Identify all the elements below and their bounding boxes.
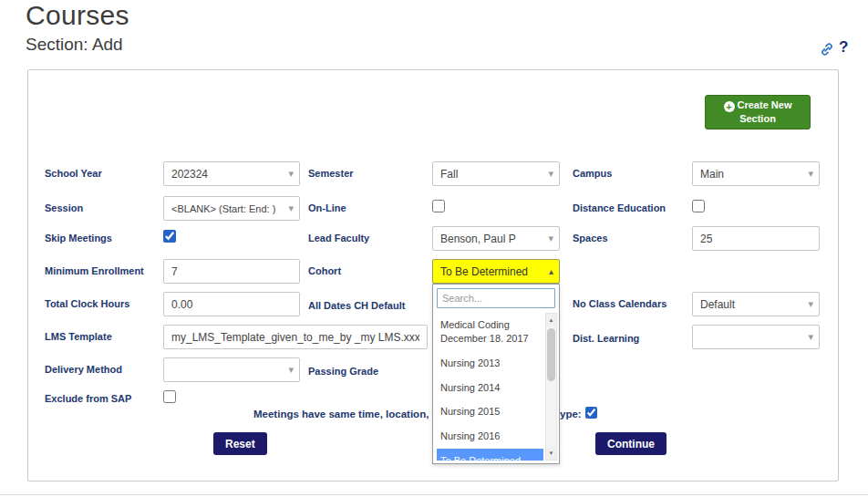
spaces-label: Spaces — [573, 233, 608, 243]
chevron-down-icon: ▾ — [288, 169, 294, 179]
footer-divider — [0, 494, 868, 495]
cohort-option-selected[interactable]: To Be Determined — [437, 449, 543, 461]
reset-button[interactable]: Reset — [213, 432, 267, 455]
no-class-calendars-select[interactable]: Default ▾ — [692, 292, 820, 316]
create-new-section-button[interactable]: +Create New Section — [705, 95, 811, 129]
chevron-down-icon: ▾ — [808, 299, 813, 309]
chevron-down-icon: ▾ — [548, 169, 553, 179]
semester-select[interactable]: Fall ▾ — [432, 161, 560, 186]
campus-label: Campus — [573, 168, 612, 179]
session-select[interactable]: <BLANK> (Start: End: ) ▾ — [163, 196, 300, 221]
cohort-option[interactable]: Nursing 2013 — [437, 351, 543, 376]
session-label: Session — [45, 202, 83, 213]
plus-circle-icon: + — [724, 101, 735, 112]
dist-learning-label: Dist. Learning — [573, 333, 639, 344]
total-clock-hours-input[interactable] — [163, 292, 300, 316]
school-year-label: School Year — [45, 168, 102, 179]
skip-meetings-label: Skip Meetings — [45, 233, 112, 243]
cohort-option[interactable]: Nursing 2015 — [437, 399, 543, 424]
create-button-label: Create New Section — [738, 99, 792, 124]
lead-faculty-value: Benson, Paul P — [440, 233, 516, 245]
scroll-up-icon[interactable]: ▲ — [546, 314, 556, 326]
scroll-down-icon[interactable]: ▼ — [546, 447, 556, 460]
chevron-down-icon: ▾ — [288, 365, 294, 375]
chevron-down-icon: ▾ — [808, 332, 813, 342]
cohort-search-input[interactable] — [437, 288, 555, 308]
lms-template-input[interactable] — [163, 325, 428, 349]
semester-label: Semester — [308, 168, 354, 179]
chevron-down-icon: ▾ — [548, 233, 553, 243]
session-value: <BLANK> (Start: End: ) — [171, 203, 275, 214]
campus-value: Main — [700, 168, 724, 181]
chevron-down-icon: ▾ — [288, 203, 294, 213]
minimum-enrollment-input[interactable] — [163, 259, 300, 284]
minimum-enrollment-label: Minimum Enrollment — [45, 265, 144, 276]
all-dates-ch-default-label: All Dates CH Default — [308, 300, 405, 311]
semester-value: Fall — [440, 168, 458, 181]
delivery-method-label: Delivery Method — [45, 364, 122, 375]
online-checkbox[interactable] — [432, 200, 445, 212]
lead-faculty-select[interactable]: Benson, Paul P ▾ — [432, 226, 560, 251]
delivery-method-select[interactable]: ▾ — [163, 357, 300, 382]
chevron-up-icon: ▴ — [549, 267, 553, 276]
cohort-value: To Be Determined — [440, 265, 528, 278]
link-icon[interactable] — [820, 42, 834, 57]
chevron-down-icon: ▾ — [808, 169, 813, 179]
distance-education-checkbox[interactable] — [692, 200, 705, 212]
school-year-value: 202324 — [171, 168, 208, 181]
lead-faculty-label: Lead Faculty — [308, 233, 369, 243]
cohort-option[interactable]: Nursing 2016 — [437, 424, 543, 449]
cohort-select[interactable]: To Be Determined ▴ — [432, 259, 560, 284]
dropdown-scrollbar[interactable]: ▲ ▼ — [545, 313, 557, 461]
form-panel: +Create New Section School Year 202324 ▾… — [27, 69, 839, 481]
scrollbar-thumb[interactable] — [547, 328, 555, 381]
help-icon[interactable]: ? — [839, 38, 848, 57]
total-clock-hours-label: Total Clock Hours — [45, 298, 129, 309]
cohort-option[interactable]: Medical Coding December 18. 2017 — [437, 313, 543, 351]
exclude-from-sap-label: Exclude from SAP — [45, 393, 131, 404]
no-class-calendars-label: No Class Calendars — [573, 298, 666, 309]
skip-meetings-checkbox[interactable] — [163, 230, 176, 243]
meetings-same-checkbox[interactable] — [585, 407, 597, 419]
continue-button[interactable]: Continue — [595, 432, 666, 455]
meetings-note-left: Meetings have same time, location, i — [253, 409, 435, 419]
passing-grade-label: Passing Grade — [308, 366, 378, 377]
cohort-dropdown-panel: Medical Coding December 18. 2017 Nursing… — [432, 284, 560, 464]
page-subtitle: Section: Add — [26, 35, 123, 55]
lms-template-label: LMS Template — [45, 331, 112, 342]
cohort-option[interactable]: Nursing 2014 — [437, 376, 543, 400]
online-label: On-Line — [308, 202, 346, 213]
page-title: Courses — [26, 0, 129, 31]
distance-education-label: Distance Education — [573, 202, 666, 213]
meetings-note-right: ype: — [560, 409, 582, 419]
school-year-select[interactable]: 202324 ▾ — [163, 161, 300, 186]
campus-select[interactable]: Main ▾ — [692, 161, 820, 186]
cohort-option-list: Medical Coding December 18. 2017 Nursing… — [437, 313, 543, 461]
cohort-label: Cohort — [308, 265, 341, 276]
exclude-from-sap-checkbox[interactable] — [163, 390, 176, 403]
dist-learning-select[interactable]: ▾ — [692, 325, 820, 349]
spaces-input[interactable] — [692, 226, 820, 251]
no-class-calendars-value: Default — [700, 298, 735, 311]
